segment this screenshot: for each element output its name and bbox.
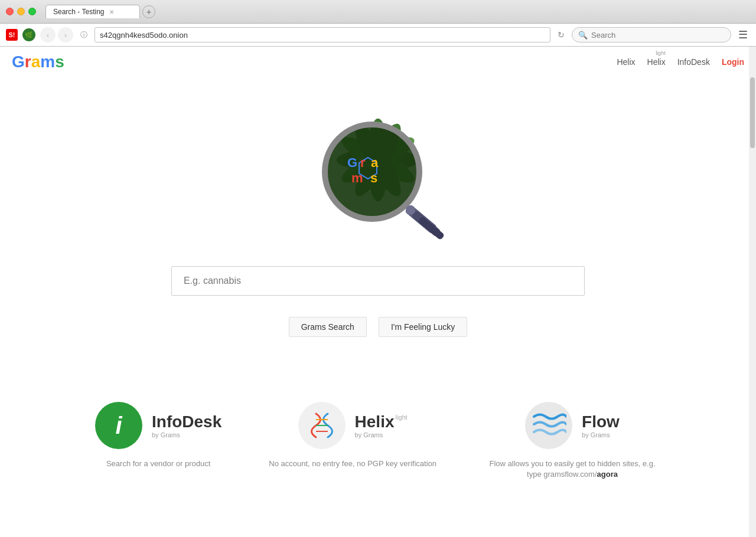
flow-logo-row: Flow by Grams	[525, 402, 620, 449]
flow-icon	[525, 402, 572, 449]
logo-a: a	[31, 53, 41, 71]
infodesk-by-grams: by Grams	[152, 431, 221, 438]
service-infodesk: i InfoDesk by Grams Search for a vendor …	[95, 402, 221, 480]
helix-name-block: Helix light by Grams	[355, 412, 408, 438]
service-helix: Helix light by Grams No account, no entr…	[269, 402, 436, 480]
logo-s: s	[55, 53, 64, 71]
helix-name-row: Helix light	[355, 412, 408, 431]
site-header: Grams Helix light Helix InfoDesk Login	[0, 47, 756, 77]
infodesk-desc: Search for a vendor or product	[106, 459, 210, 469]
url-input[interactable]	[94, 27, 550, 42]
refresh-button[interactable]: ↻	[555, 28, 567, 42]
svg-text:G: G	[347, 155, 357, 170]
site-nav: Helix light Helix InfoDesk Login	[617, 57, 744, 67]
main-search-input[interactable]	[171, 266, 585, 296]
svg-text:s: s	[370, 171, 377, 185]
main-content: G r a m s Grams Search I'm Feeling L	[0, 77, 756, 372]
addon-icon-2: 🌿	[22, 28, 35, 41]
helix-light-label: light	[396, 414, 408, 421]
flow-name: Flow	[582, 412, 620, 431]
browser-search-input[interactable]	[591, 31, 725, 40]
close-button[interactable]	[6, 8, 14, 15]
minimize-button[interactable]	[17, 8, 25, 15]
flow-by-grams: by Grams	[582, 431, 620, 438]
nav-infodesk[interactable]: InfoDesk	[677, 57, 710, 67]
menu-button[interactable]: ☰	[736, 28, 750, 41]
hero-svg: G r a m s	[284, 89, 472, 248]
svg-text:r: r	[360, 155, 366, 170]
infodesk-name-block: InfoDesk by Grams	[152, 412, 221, 438]
scrollbar-thumb[interactable]	[750, 77, 755, 148]
hero-image: G r a m s	[284, 89, 472, 248]
helix-name: Helix	[355, 412, 395, 431]
maximize-button[interactable]	[28, 8, 36, 15]
site-logo: Grams	[12, 53, 64, 71]
logo-m: m	[40, 53, 55, 71]
nav-helix[interactable]: Helix	[617, 57, 635, 67]
back-button[interactable]: ‹	[40, 27, 56, 42]
svg-text:a: a	[371, 155, 379, 170]
services-section: i InfoDesk by Grams Search for a vendor …	[0, 372, 756, 503]
browser-search-bar[interactable]: 🔍	[572, 27, 731, 42]
feeling-lucky-button[interactable]: I'm Feeling Lucky	[379, 317, 468, 337]
addon-icon-1: S!	[6, 29, 18, 41]
svg-point-23	[406, 205, 415, 215]
traffic-lights	[6, 8, 36, 15]
svg-text:m: m	[351, 171, 363, 185]
browser-content: Grams Helix light Helix InfoDesk Login	[0, 47, 756, 537]
infodesk-logo-row: i InfoDesk by Grams	[95, 402, 221, 449]
infodesk-name: InfoDesk	[152, 412, 221, 431]
grams-search-button[interactable]: Grams Search	[289, 317, 367, 337]
nav-login[interactable]: Login	[722, 57, 744, 67]
search-buttons: Grams Search I'm Feeling Lucky	[289, 317, 468, 337]
nav-helix-light[interactable]: light Helix	[647, 57, 666, 67]
svg-rect-22	[418, 216, 445, 240]
forward-button[interactable]: ›	[58, 27, 73, 42]
search-form	[171, 266, 585, 296]
active-tab[interactable]: Search - Testing ✕	[45, 5, 140, 18]
tab-bar: Search - Testing ✕ +	[45, 5, 750, 18]
scrollbar-track[interactable]	[749, 47, 756, 537]
helix-icon	[298, 402, 346, 449]
light-label: light	[656, 50, 666, 56]
infodesk-icon: i	[95, 402, 142, 449]
flow-name-block: Flow by Grams	[582, 412, 620, 438]
helix-by-grams: by Grams	[355, 431, 408, 438]
tab-title: Search - Testing	[53, 8, 105, 16]
service-flow: Flow by Grams Flow allows you to easily …	[484, 402, 661, 480]
logo-r: r	[25, 53, 31, 71]
window-chrome: Search - Testing ✕ +	[0, 0, 756, 24]
address-bar: S! 🌿 ‹ › ⓘ ↻ 🔍 ☰	[0, 24, 756, 47]
new-tab-button[interactable]: +	[142, 5, 155, 18]
helix-desc: No account, no entry fee, no PGP key ver…	[269, 459, 436, 469]
helix-logo-row: Helix light by Grams	[298, 402, 408, 449]
info-button[interactable]: ⓘ	[78, 29, 90, 41]
flow-desc: Flow allows you to easily get to hidden …	[484, 459, 661, 480]
logo-g: G	[12, 53, 25, 71]
tab-close-icon[interactable]: ✕	[109, 9, 114, 15]
search-icon: 🔍	[578, 31, 588, 40]
nav-buttons: ‹ ›	[40, 27, 73, 42]
